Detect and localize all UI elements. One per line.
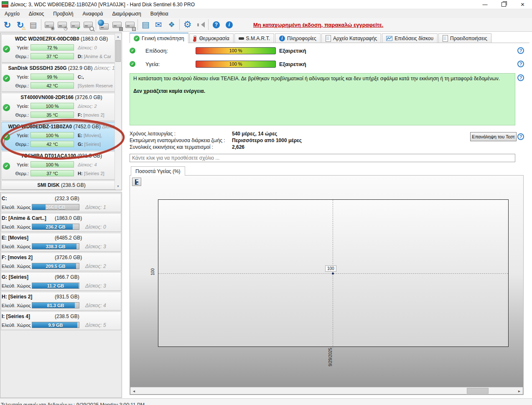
disk-item-5[interactable]: SMI DISK (238.5 GB) [1,181,116,190]
tab-log[interactable]: Αρχείο Καταγραφής [321,33,381,43]
partition-item-h[interactable]: H: [Seiries 2] (931.5 GB) Ελεύθ. Χώρος 8… [1,292,121,311]
partition-item-g[interactable]: G: [Seiries] (966.7 GB) Ελεύθ. Χώρος 11.… [1,272,121,291]
menu-configuration[interactable]: Διαμόρφωση [107,10,145,18]
disk-list: WDC WD20EZRX-00DC0B0 (1863.0 GB) Υγεία:7… [0,33,122,190]
tab-disk-performance[interactable]: Επιδόσεις δίσκου [382,33,438,43]
log-icon[interactable]: ▤ [139,19,152,31]
data-point [332,273,334,275]
menu-help[interactable]: Βοήθεια [146,10,173,18]
health-bar: 100 % [31,132,74,138]
email-icon[interactable]: ✉ [152,19,165,31]
tab-temperature[interactable]: Θερμοκρασία [189,33,234,43]
partition-item-f[interactable]: F: [movies 2] (3726.0 GB) Ελεύθ. Χώρος 2… [1,252,121,271]
x-axis-tick: 9/29/2025 [328,348,333,372]
help-test-icon[interactable] [517,133,524,140]
ok-icon [130,61,135,67]
report-icon[interactable]: ▤ [27,19,40,31]
partition-item-d[interactable]: D: [Anime & Cart..] (1863.0 GB) Ελεύθ. Χ… [1,213,121,232]
scroll-thumb[interactable] [115,40,121,62]
disk-item-2[interactable]: ST4000VN008-2DR166 (3726.0 GB) Υγεία:100… [1,93,116,121]
tab-alerts[interactable]: Προειδοποιήσεις [438,33,491,43]
disk-search-icon[interactable] [81,19,94,31]
disk-item-3-selected[interactable]: WDC WD80EDBZ-11B0ZA0 (7452.0 GB) Δίσκο Υ… [1,122,116,150]
disk-list-scrollbar[interactable]: ▲ ▼ [115,33,121,189]
scroll-thumb[interactable] [467,388,489,394]
restore-button[interactable] [494,0,513,9]
app-icon [2,1,8,8]
lifetime-stats: Χρόνος λειτουργίας :540 μέρες, 14 ώρες Ε… [130,130,302,150]
retest-button[interactable]: Επανάληψη του Τεστ [470,132,517,141]
partition-list: C: (232.3 GB) Ελεύθ. Χώρος 166.0 GB Δίσκ… [0,192,122,398]
network-disk-icon[interactable] [97,19,110,31]
save-chart-button[interactable] [132,178,141,186]
menu-report[interactable]: Αναφορά [78,10,107,18]
disk-usb-icon[interactable] [123,19,136,31]
partition-item-i[interactable]: I: [Seiries 4] (238.5 GB) Ελεύθ. Χώρος 9… [1,311,121,330]
free-space-bar: 81.3 GB [32,302,79,308]
health-bar: 100 % [31,161,74,168]
comment-input[interactable] [130,154,515,162]
disk-clock-icon[interactable]: ◷ [56,19,69,31]
minimize-button[interactable]: — [476,0,494,9]
tab-overview[interactable]: Γενική επισκόπηση [130,33,188,43]
toolbar-separator [137,19,138,30]
disk-item-0[interactable]: WDC WD20EZRX-00DC0B0 (1863.0 GB) Υγεία:7… [1,34,116,63]
help-health-icon[interactable] [517,61,524,67]
scroll-up-icon[interactable]: ▲ [115,33,121,40]
toolbar-separator [41,19,41,30]
window-title: Δίσκος: 3, WDC WD80EDBZ-11B0ZA0 [VR1A0JJ… [10,2,195,8]
scroll-left-icon[interactable]: ◂ [130,387,137,394]
chart-plot-area: 100 [158,199,509,347]
temp-bar: 35 °C [31,112,74,118]
disk-item-1[interactable]: SanDisk SDSSDH3 250G (232.9 GB) Δίσκος: … [1,64,116,92]
save-icon [135,179,138,185]
sound-icon[interactable] [194,19,207,31]
title-bar: Δίσκος: 3, WDC WD80EDBZ-11B0ZA0 [VR1A0JJ… [0,0,532,9]
health-bar: 100 % [196,61,276,68]
help-performance-icon[interactable] [517,47,524,54]
info-icon[interactable]: i [223,19,236,31]
health-bar: 99 % [31,74,74,80]
help-icon[interactable]: ? [210,19,223,31]
chart-h-scrollbar[interactable]: ◂ ▸ [130,387,523,394]
refresh-warning-icon[interactable]: ↻⚠ [14,19,27,31]
partition-item-e[interactable]: E: [Movies] (6485.2 GB) Ελεύθ. Χώρος 338… [1,233,121,252]
register-notice[interactable]: Μη καταχωρημένη έκδοση, παρακαλώ εγγραφε… [253,22,383,28]
log-file-icon [326,35,331,42]
tab-information[interactable]: iΠληροφορίες [275,33,321,43]
toolbar: ↻ ↻⚠ ▤ ◉ ◷ ✔ ▤ ✉ ❖ ⚙ ? i Μη καταχωρημένη… [0,18,532,32]
close-button[interactable]: ✕ [513,0,532,9]
refresh-icon[interactable]: ↻ [1,19,14,31]
restore-icon [501,2,506,7]
menu-view[interactable]: Προβολή [48,10,78,18]
scroll-down-icon[interactable]: ▼ [115,183,121,189]
disk-connect-icon[interactable] [110,19,123,31]
performance-bar: 100 % [196,47,276,54]
temp-bar: 37 °C [31,53,74,59]
tab-bar: Γενική επισκόπηση Θερμοκρασία S.M.A.R.T.… [130,33,529,43]
chart-icon [386,36,392,41]
tab-smart[interactable]: S.M.A.R.T. [234,33,274,43]
remote-monitor-icon[interactable]: ❖ [165,19,178,31]
free-space-bar: 166.0 GB [32,204,79,210]
toolbar-separator [96,19,96,30]
partition-item-c[interactable]: C: (232.3 GB) Ελεύθ. Χώρος 166.0 GB Δίσκ… [1,194,121,212]
help-status-icon[interactable] [517,74,524,81]
disk-power-icon[interactable]: ◉ [43,19,56,31]
scroll-right-icon[interactable]: ▸ [516,387,523,394]
chart-tab-health-percent[interactable]: Ποσοστά Υγείας (%) [131,166,185,176]
settings-gear-icon[interactable]: ⚙ [181,19,194,31]
ok-icon [130,48,135,53]
health-ok-icon [3,104,10,111]
disk-item-4[interactable]: TOSHIBA DT01ACA100 (931.5 GB) Υγεία:100 … [1,151,116,180]
menu-disk[interactable]: Δίσκος [24,10,48,18]
free-space-bar: 236.2 GB [32,224,79,230]
disk-accept-icon[interactable]: ✔ [69,19,81,31]
health-ok-icon [3,46,10,53]
menu-file[interactable]: Αρχείο [0,10,24,18]
status-message: Η κατάσταση του σκληρού δίσκου είναι ΤΕΛ… [130,73,515,125]
health-row: Υγεία: 100 % Εξαιρετική [130,60,306,68]
temp-bar: 42 °C [31,82,74,89]
toolbar-separator [179,19,180,30]
check-icon [134,36,140,41]
